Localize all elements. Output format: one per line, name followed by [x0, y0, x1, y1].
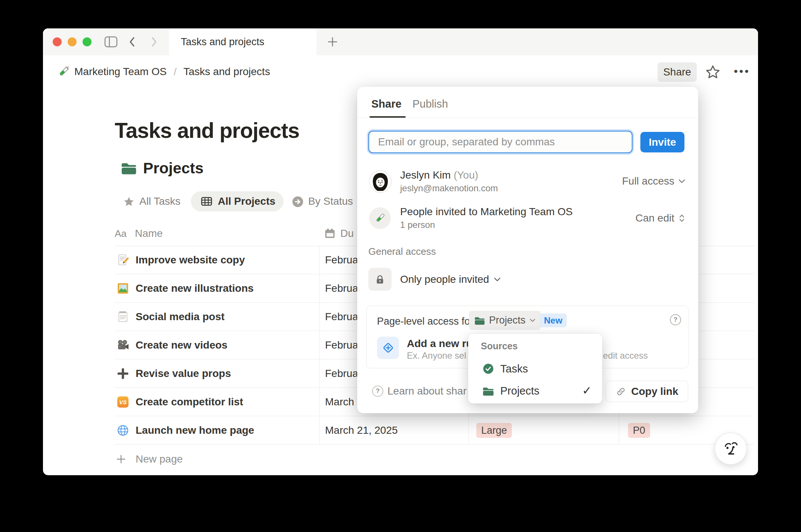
person-name-line: Jeslyn Kim (You) [400, 168, 478, 182]
copy-link-button[interactable]: Copy link [606, 381, 688, 402]
plus-icon [116, 367, 130, 380]
help-icon: ? [372, 386, 383, 397]
invite-email-input[interactable] [368, 131, 633, 153]
new-page-button[interactable]: New page [115, 445, 754, 474]
view-tab-all-projects[interactable]: All Projects [191, 191, 284, 211]
back-icon[interactable] [128, 36, 136, 47]
notion-face-icon [721, 439, 741, 459]
star-icon [123, 196, 135, 208]
page-title: Tasks and projects [115, 118, 299, 143]
sources-title: Sources [481, 340, 518, 352]
column-header-due[interactable]: Du [340, 227, 354, 240]
folder-icon [482, 386, 494, 396]
arrow-circle-icon [292, 196, 304, 208]
general-access-label: General access [368, 245, 436, 258]
folder-icon [474, 316, 485, 325]
divider [357, 118, 698, 118]
dialog-tab-share[interactable]: Share [371, 96, 402, 111]
calendar-icon [324, 228, 336, 239]
chevron-down-icon [494, 277, 501, 282]
help-icon[interactable]: ? [670, 314, 681, 325]
diamond-plus-icon [381, 341, 395, 355]
view-tab-all-tasks[interactable]: All Tasks [139, 194, 180, 209]
dialog-tab-publish[interactable]: Publish [412, 96, 448, 111]
chevron-down-icon [529, 318, 536, 322]
link-icon [615, 386, 627, 397]
chevron-up-down-icon [678, 213, 686, 223]
add-rule-tile [377, 337, 399, 359]
add-rule-hint-tail: edit access [603, 350, 648, 361]
group-name: People invited to Marketing Team OS [400, 205, 573, 219]
check-circle-icon [482, 363, 494, 375]
invite-button[interactable]: Invite [640, 132, 684, 152]
add-rule-label[interactable]: Add a new ru [407, 337, 473, 350]
workspace-avatar [369, 207, 391, 229]
person-email: jeslyn@makenotion.com [400, 182, 498, 194]
person-portrait-icon [369, 171, 391, 192]
breadcrumb-workspace[interactable]: Marketing Team OS [74, 64, 167, 80]
folder-icon [121, 161, 137, 176]
priority-badge: P0 [628, 423, 650, 438]
section-title[interactable]: Projects [143, 159, 204, 177]
lock-icon [374, 274, 386, 285]
general-access-dropdown[interactable]: Only people invited [400, 272, 501, 287]
share-button[interactable]: Share [658, 62, 697, 82]
sidebar-toggle-icon[interactable] [104, 36, 118, 48]
tab-title: Tasks and projects [181, 28, 265, 55]
new-badge: New [539, 313, 567, 327]
selected-check: ✓ [582, 384, 592, 398]
titlebar: Tasks and projects [43, 28, 758, 55]
group-count: 1 person [400, 219, 435, 231]
new-tab-icon[interactable] [327, 36, 338, 48]
chevron-down-icon [678, 179, 686, 183]
plus-icon [116, 454, 126, 464]
svg-text:VS: VS [119, 399, 127, 405]
learn-about-sharing-link[interactable]: Learn about shar [387, 384, 467, 398]
forward-icon[interactable] [151, 36, 158, 47]
test-tube-icon [374, 212, 386, 225]
vs-icon: VS [116, 395, 130, 409]
close-window-button[interactable] [53, 37, 62, 46]
access-dropdown-can-edit[interactable]: Can edit [635, 211, 686, 225]
you-suffix: (You) [454, 169, 478, 181]
page-access-label: Page-level access for [377, 315, 473, 328]
table-row[interactable]: Launch new home page March 21, 2025 Larg… [115, 416, 754, 445]
add-rule-hint: Ex. Anyone sel [407, 350, 466, 361]
view-tab-by-status[interactable]: By Status [308, 194, 353, 209]
globe-icon [116, 424, 130, 437]
access-dropdown-full-access[interactable]: Full access [622, 174, 686, 188]
more-options-icon[interactable]: ••• [729, 63, 755, 81]
movie-camera-icon [116, 338, 130, 352]
breadcrumb-separator: / [174, 64, 177, 80]
test-tube-icon [56, 65, 71, 79]
framed-picture-icon [116, 282, 130, 295]
size-badge: Large [476, 423, 512, 438]
sources-popup: Sources Tasks Projects ✓ [468, 334, 602, 403]
tab-tasks-and-projects[interactable]: Tasks and projects [169, 28, 316, 55]
column-header-name[interactable]: Name [135, 227, 163, 240]
lock-tile [368, 268, 392, 291]
app-window: Tasks and projects Marketing Team OS / T… [43, 28, 758, 475]
favorite-star-icon[interactable] [705, 64, 721, 80]
minimize-window-button[interactable] [68, 37, 77, 46]
avatar [369, 170, 392, 193]
page-access-target-dropdown[interactable]: Projects [469, 311, 541, 330]
text-property-icon: Aa [115, 227, 127, 240]
zoom-window-button[interactable] [83, 37, 92, 46]
notion-ai-button[interactable] [715, 433, 747, 465]
notepad-icon [116, 310, 130, 324]
table-icon [201, 195, 213, 207]
memo-icon [116, 253, 130, 267]
breadcrumb-page[interactable]: Tasks and projects [183, 64, 270, 80]
